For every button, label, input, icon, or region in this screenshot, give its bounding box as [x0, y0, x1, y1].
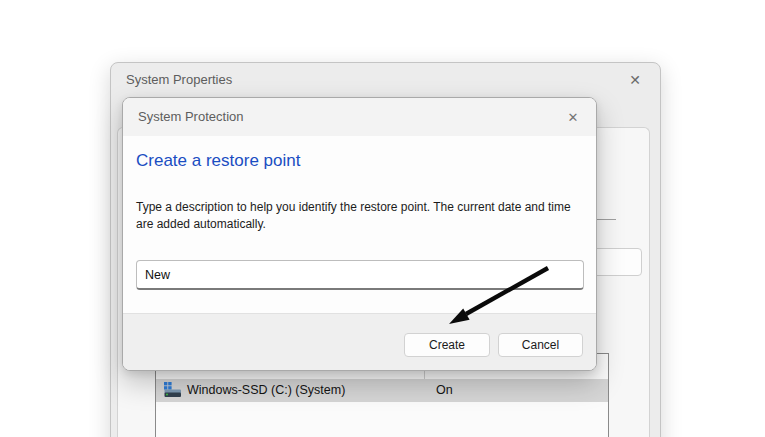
system-protection-titlebar[interactable]: System Protection ✕ [123, 98, 596, 136]
system-protection-dialog: System Protection ✕ Create a restore poi… [122, 97, 597, 371]
drive-icon [163, 381, 182, 400]
drive-name: Windows-SSD (C:) (System) [187, 379, 345, 402]
group-separator-fragment [596, 219, 616, 220]
dialog-title: System Protection [138, 98, 244, 136]
system-properties-titlebar[interactable]: System Properties ✕ [111, 63, 660, 97]
drive-list-item[interactable]: Windows-SSD (C:) (System) On [156, 379, 608, 402]
restore-point-name-input[interactable] [136, 260, 584, 290]
description-text: Type a description to help you identify … [136, 199, 588, 233]
cancel-button[interactable]: Cancel [498, 333, 583, 357]
desktop-background: System Properties ✕ Windows-SSD (C:) (Sy… [0, 0, 765, 437]
close-icon[interactable]: ✕ [560, 105, 586, 131]
create-button[interactable]: Create [404, 333, 490, 357]
close-icon[interactable]: ✕ [622, 67, 648, 93]
page-title: Create a restore point [136, 151, 300, 171]
protection-status: On [436, 379, 453, 402]
window-title: System Properties [126, 63, 232, 97]
